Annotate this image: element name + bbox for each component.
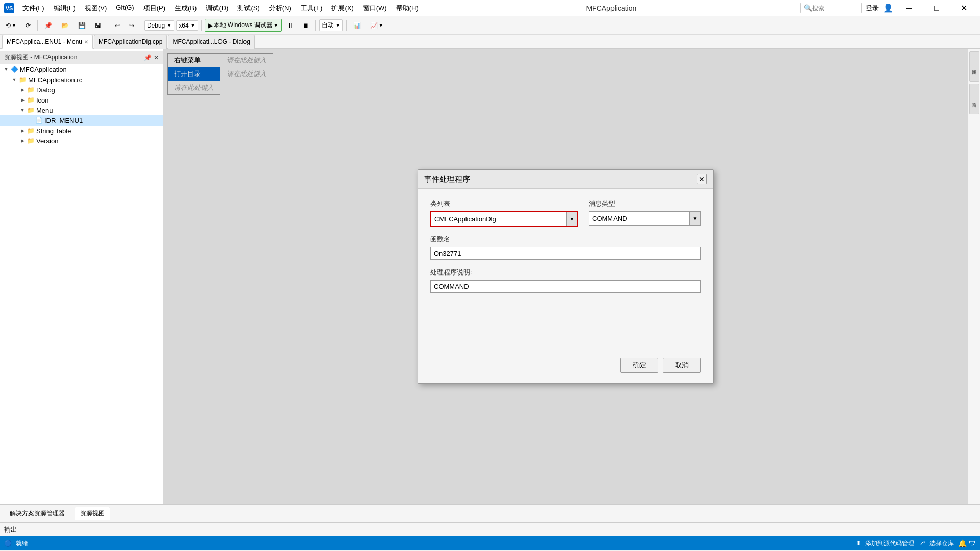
dialog-close-button[interactable]: ✕ bbox=[697, 174, 707, 184]
tab-bar: MFCApplica...ENU1 - Menu✕MFCApplicationD… bbox=[0, 35, 980, 49]
stop-btn[interactable]: ⏹ bbox=[299, 20, 312, 31]
branch-label[interactable]: 选择仓库 bbox=[929, 539, 954, 548]
toolbar-btn-save[interactable]: 💾 bbox=[75, 20, 89, 31]
msg-type-combo: ▼ bbox=[589, 211, 701, 226]
tab-close-menu_tab[interactable]: ✕ bbox=[84, 39, 88, 45]
platform-dropdown[interactable]: x64 ▼ bbox=[176, 20, 198, 31]
tree-leaf-icon bbox=[27, 116, 35, 124]
separator-6 bbox=[346, 20, 347, 31]
cancel-button[interactable]: 取消 bbox=[663, 358, 701, 373]
sidebar-close-icon[interactable]: ✕ bbox=[154, 54, 159, 61]
tree-item-stringtable[interactable]: ▶📁String Table bbox=[0, 126, 163, 136]
tab-menu_tab[interactable]: MFCApplica...ENU1 - Menu✕ bbox=[2, 35, 93, 49]
app-logo: VS bbox=[4, 3, 14, 13]
redo-forward-btn[interactable]: ⟳ bbox=[22, 20, 34, 31]
platform-arrow: ▼ bbox=[191, 23, 195, 28]
title-menu-item-编辑E[interactable]: 编辑(E) bbox=[50, 3, 80, 14]
title-menu-item-工具T[interactable]: 工具(T) bbox=[297, 3, 327, 14]
separator-5 bbox=[315, 20, 316, 31]
perf-arrow: ▼ bbox=[379, 23, 383, 28]
auto-dropdown[interactable]: 自动 ▼ bbox=[319, 19, 343, 31]
tree-item-root[interactable]: ▼🔷MFCApplication bbox=[0, 64, 163, 74]
search-box[interactable]: 🔍 bbox=[800, 3, 862, 13]
pause-btn[interactable]: ⏸ bbox=[284, 20, 297, 31]
run-icon: ▶ bbox=[208, 22, 213, 29]
toolbar-btn-open[interactable]: 📂 bbox=[58, 20, 72, 31]
class-combo-wrapper: ▼ bbox=[430, 211, 578, 227]
title-menu-item-文件F[interactable]: 文件(F) bbox=[18, 3, 48, 14]
tree-collapse-icon: ▶ bbox=[18, 137, 27, 145]
tree-item-dialog[interactable]: ▶📁Dialog bbox=[0, 85, 163, 95]
undo-back-btn[interactable]: ⟲ ▼ bbox=[2, 20, 20, 31]
msg-type-dropdown-btn[interactable]: ▼ bbox=[689, 212, 700, 225]
maximize-button[interactable]: □ bbox=[925, 0, 948, 16]
title-menu-item-测试S[interactable]: 测试(S) bbox=[233, 3, 263, 14]
title-menu: 文件(F)编辑(E)视图(V)Git(G)项目(P)生成(B)调试(D)测试(S… bbox=[18, 3, 423, 14]
bottom-tab-资源视图[interactable]: 资源视图 bbox=[75, 507, 110, 520]
title-menu-item-生成B[interactable]: 生成(B) bbox=[170, 3, 201, 14]
title-menu-item-帮助H[interactable]: 帮助(H) bbox=[392, 3, 423, 14]
right-sidebar-btn-1[interactable]: 属性 bbox=[969, 51, 979, 82]
output-label: 输出 bbox=[4, 525, 17, 533]
tree-item-icon[interactable]: ▶📁Icon bbox=[0, 95, 163, 105]
tree-item-rc[interactable]: ▼📁MFCApplication.rc bbox=[0, 74, 163, 85]
forward-icon: ⟳ bbox=[26, 22, 31, 29]
tree-node-label: Menu bbox=[36, 107, 53, 114]
search-input[interactable] bbox=[812, 5, 853, 12]
run-btn[interactable]: ▶ 本地 Windows 调试器 ▼ bbox=[205, 19, 282, 32]
confirm-button[interactable]: 确定 bbox=[620, 358, 658, 373]
class-dropdown-btn[interactable]: ▼ bbox=[566, 212, 577, 226]
tab-dlg_cpp[interactable]: MFCApplicationDlg.cpp bbox=[94, 35, 167, 49]
event-handler-dialog: 事件处理程序 ✕ 类列表 ▼ 消息类型 bbox=[418, 169, 714, 384]
bottom-tab-解决方案资源管理器[interactable]: 解决方案资源管理器 bbox=[4, 507, 70, 520]
toolbar-btn-save-all[interactable]: 🖫 bbox=[91, 20, 105, 31]
msg-type-input[interactable] bbox=[589, 213, 689, 224]
sidebar-pin-icon[interactable]: 📌 bbox=[144, 54, 152, 61]
tree-node-icon: 📁 bbox=[27, 127, 35, 135]
tree-item-version[interactable]: ▶📁Version bbox=[0, 136, 163, 146]
status-icon: 🔵 bbox=[4, 540, 12, 547]
perf-btn[interactable]: 📈 ▼ bbox=[366, 20, 387, 31]
sidebar-header: 资源视图 - MFCApplication 📌 ✕ bbox=[0, 51, 163, 64]
title-menu-item-扩展X[interactable]: 扩展(X) bbox=[327, 3, 357, 14]
back-icon: ⟲ bbox=[6, 22, 11, 29]
dialog-field-func: 函数名 bbox=[430, 235, 701, 260]
dialog-field-handler: 处理程序说明: bbox=[430, 268, 701, 293]
tree-node-label: Icon bbox=[36, 96, 49, 104]
handler-desc-input[interactable] bbox=[430, 280, 701, 293]
title-menu-item-项目P[interactable]: 项目(P) bbox=[139, 3, 169, 14]
tree-node-label: String Table bbox=[36, 127, 71, 135]
toolbar-btn-undo2[interactable]: ↩ bbox=[111, 20, 124, 31]
minimize-button[interactable]: ─ bbox=[897, 0, 921, 16]
title-menu-item-GitG[interactable]: Git(G) bbox=[112, 3, 138, 14]
tab-log_dlg[interactable]: MFCApplicati...LOG - Dialog bbox=[168, 35, 254, 49]
config-dropdown[interactable]: Debug ▼ bbox=[144, 20, 174, 31]
bottom-panel: 解决方案资源管理器资源视图 bbox=[0, 504, 980, 522]
title-menu-item-视图V[interactable]: 视图(V) bbox=[81, 3, 111, 14]
title-menu-item-分析N[interactable]: 分析(N) bbox=[265, 3, 296, 14]
user-icon[interactable]: 👤 bbox=[883, 3, 893, 13]
dialog-footer: 确定 取消 bbox=[418, 352, 713, 383]
tree-node-icon: 🔷 bbox=[10, 65, 18, 73]
branch-icon: ⎇ bbox=[918, 540, 925, 547]
auto-label: 自动 bbox=[322, 21, 334, 30]
content-area: 右键菜单 请在此处键入 打开目录 请在此处键入 请在此处键入 事件处理程序 ✕ bbox=[163, 49, 968, 504]
toolbar-btn-attach[interactable]: 📌 bbox=[41, 20, 56, 31]
login-label[interactable]: 登录 bbox=[866, 4, 879, 13]
title-menu-item-窗口W[interactable]: 窗口(W) bbox=[359, 3, 391, 14]
class-label: 类列表 bbox=[430, 199, 578, 208]
class-input[interactable] bbox=[431, 213, 566, 225]
close-button[interactable]: ✕ bbox=[952, 0, 976, 16]
tree-item-idrmenu1[interactable]: 📄IDR_MENU1 bbox=[0, 115, 163, 126]
diagnostics-btn[interactable]: 📊 bbox=[350, 20, 364, 31]
tree-node-icon: 📁 bbox=[27, 96, 35, 104]
func-name-input[interactable] bbox=[430, 247, 701, 260]
vcs-label[interactable]: 添加到源代码管理 bbox=[865, 539, 914, 548]
tree-item-menu[interactable]: ▼📁Menu bbox=[0, 105, 163, 115]
dialog-overlay: 事件处理程序 ✕ 类列表 ▼ 消息类型 bbox=[163, 49, 968, 504]
tree-node-label: Version bbox=[36, 137, 58, 145]
toolbar-btn-redo2[interactable]: ↪ bbox=[126, 20, 138, 31]
title-menu-item-调试D[interactable]: 调试(D) bbox=[202, 3, 232, 14]
right-sidebar-btn-2[interactable]: 工具箱 bbox=[969, 84, 979, 114]
tree-node-icon: 📁 bbox=[27, 86, 35, 94]
